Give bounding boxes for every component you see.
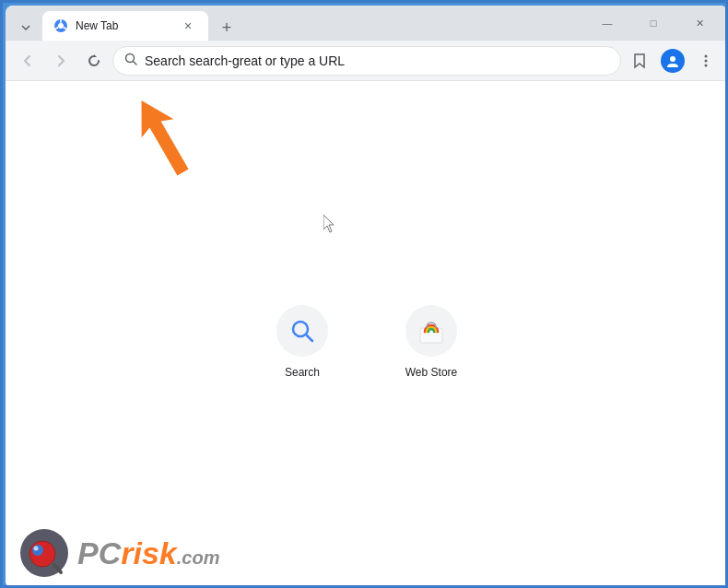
minimize-button[interactable]: — (586, 9, 628, 37)
svg-point-7 (670, 56, 675, 62)
svg-marker-11 (125, 95, 199, 178)
shortcut-webstore[interactable]: Web Store (385, 305, 477, 379)
nav-bar (6, 41, 728, 81)
shortcut-search-label: Search (285, 366, 320, 379)
shortcut-search-icon (276, 305, 328, 357)
bookmark-button[interactable] (625, 46, 654, 76)
svg-point-1 (58, 23, 64, 29)
watermark: PCrisk.com (19, 528, 219, 579)
arrow-indicator (125, 95, 199, 178)
tab-close-button[interactable]: × (179, 17, 197, 35)
shortcut-webstore-icon (405, 305, 457, 357)
back-button[interactable] (13, 46, 42, 76)
svg-rect-14 (420, 328, 442, 343)
browser-window: New Tab × + — □ ✕ (6, 6, 728, 588)
new-tab-button[interactable]: + (214, 15, 240, 41)
window-controls: — □ ✕ (586, 9, 721, 37)
svg-point-10 (705, 64, 708, 66)
profile-button[interactable] (658, 46, 687, 76)
mouse-cursor (323, 215, 336, 233)
forward-button[interactable] (46, 46, 76, 76)
tab-bar: New Tab × + (13, 6, 586, 41)
active-tab[interactable]: New Tab × (42, 11, 208, 41)
reload-button[interactable] (79, 46, 109, 76)
svg-point-19 (41, 552, 49, 559)
tab-favicon (53, 18, 68, 33)
tab-title: New Tab (76, 19, 173, 32)
shortcut-webstore-label: Web Store (405, 366, 457, 379)
address-input[interactable] (145, 53, 609, 68)
address-bar[interactable] (112, 46, 621, 76)
tab-dropdown-button[interactable] (13, 15, 39, 41)
svg-line-13 (307, 335, 313, 342)
close-button[interactable]: ✕ (678, 9, 721, 37)
profile-icon (661, 49, 685, 73)
svg-point-9 (705, 59, 708, 62)
watermark-text: PCrisk.com (77, 535, 219, 571)
svg-point-8 (705, 54, 708, 57)
maximize-button[interactable]: □ (632, 9, 675, 37)
shortcut-search[interactable]: Search (256, 305, 348, 379)
watermark-pc: PCrisk.com (77, 535, 219, 570)
shortcuts-area: Search Web Stor (256, 305, 477, 379)
watermark-logo-icon (19, 528, 70, 579)
svg-point-20 (34, 547, 39, 551)
main-content: Search Web Stor (6, 81, 728, 588)
svg-point-12 (293, 322, 308, 336)
title-bar: New Tab × + — □ ✕ (6, 6, 728, 41)
svg-line-6 (134, 62, 137, 65)
svg-point-18 (32, 545, 43, 556)
address-search-icon (124, 53, 137, 68)
menu-button[interactable] (691, 46, 721, 76)
